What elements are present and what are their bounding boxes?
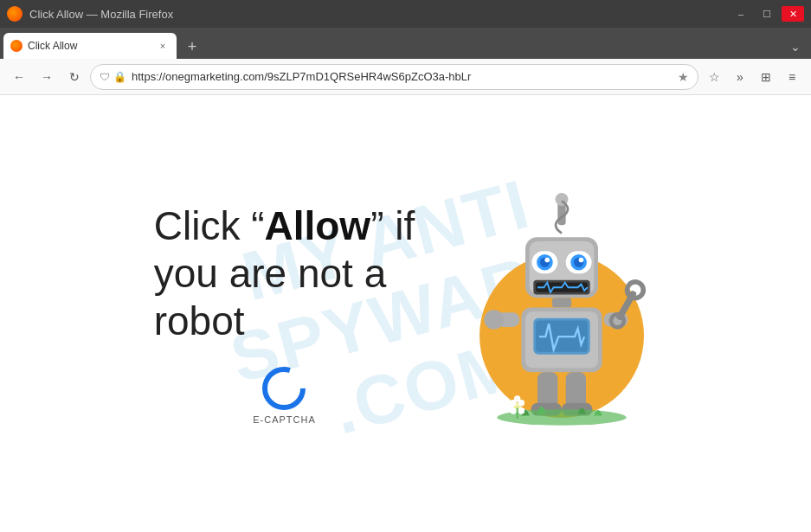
back-button[interactable]: ← [7, 65, 31, 89]
robot-illustration [467, 193, 657, 435]
ecaptcha-logo [261, 366, 306, 411]
url-text: https://onegmarketing.com/9sZLP7mD1QRSeH… [132, 70, 673, 83]
extensions-button[interactable]: ⊞ [754, 65, 778, 89]
active-tab[interactable]: Click Allow × [3, 33, 177, 59]
tab-favicon [10, 40, 23, 52]
svg-point-12 [579, 257, 584, 262]
reload-button[interactable]: ↻ [62, 65, 87, 89]
tab-close-button[interactable]: × [156, 39, 170, 53]
new-tab-button[interactable]: + [180, 35, 204, 59]
svg-rect-37 [517, 407, 518, 419]
lock-icon: 🔒 [113, 71, 126, 83]
window-controls: – ☐ ✕ [730, 6, 804, 22]
heading-rest: ” if [370, 203, 415, 248]
address-bar[interactable]: 🛡 🔒 https://onegmarketing.com/9sZLP7mD1Q… [90, 64, 698, 90]
navigation-bar: ← → ↻ 🛡 🔒 https://onegmarketing.com/9sZL… [0, 59, 811, 95]
main-content-area: Click “Allow” if you are not a robot E-C… [119, 158, 692, 470]
title-bar: Click Allow — Mozilla Firefox – ☐ ✕ [0, 0, 811, 28]
svg-point-36 [518, 407, 525, 413]
title-bar-left: Click Allow — Mozilla Firefox [7, 6, 173, 22]
main-heading: Click “Allow” if you are not a robot [154, 202, 415, 346]
left-section: Click “Allow” if you are not a robot E-C… [154, 202, 415, 426]
tab-label: Click Allow [28, 40, 151, 52]
ecaptcha-badge: E-CAPTCHA [154, 366, 415, 425]
page-content: MY ANTISPYWARE.COM Click “Allow” if you … [0, 95, 811, 532]
shield-icon: 🛡 [100, 71, 110, 83]
window-title: Click Allow — Mozilla Firefox [29, 8, 173, 21]
tab-bar: Click Allow × + ⌄ [0, 28, 811, 59]
browser-window: Click Allow — Mozilla Firefox – ☐ ✕ Clic… [0, 0, 811, 532]
heading-line3: robot [154, 298, 245, 343]
svg-point-0 [265, 369, 303, 407]
menu-button[interactable]: ≡ [780, 65, 804, 89]
collections-button[interactable]: ☆ [702, 65, 726, 89]
svg-rect-15 [552, 298, 571, 307]
bookmark-star-icon[interactable]: ★ [678, 70, 689, 84]
maximize-button[interactable]: ☐ [756, 6, 778, 22]
svg-point-35 [511, 407, 517, 413]
svg-point-21 [485, 310, 504, 329]
address-icons: 🛡 🔒 [100, 71, 126, 83]
tab-list-button[interactable]: ⌄ [783, 35, 808, 59]
svg-point-11 [545, 257, 550, 262]
heading-bold: Allow [264, 203, 370, 248]
close-button[interactable]: ✕ [782, 6, 804, 22]
robot-svg [475, 193, 648, 435]
ecaptcha-label: E-CAPTCHA [253, 414, 316, 425]
more-tools-button[interactable]: » [728, 65, 752, 89]
forward-button[interactable]: → [35, 65, 59, 89]
nav-right-buttons: ☆ » ⊞ ≡ [702, 65, 804, 89]
firefox-icon [7, 6, 23, 22]
minimize-button[interactable]: – [730, 6, 752, 22]
heading-line2: you are not a [154, 251, 387, 296]
heading-plain: Click “ [154, 203, 265, 248]
svg-point-34 [514, 395, 520, 401]
